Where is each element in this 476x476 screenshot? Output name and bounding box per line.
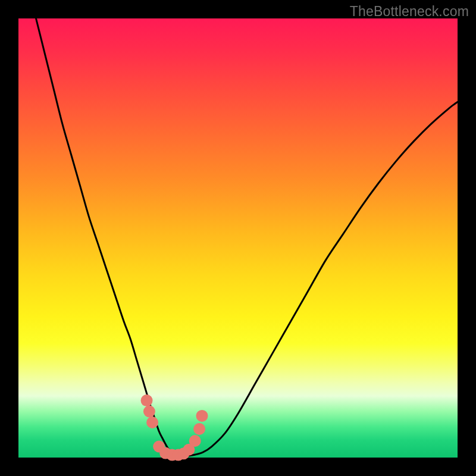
marker-dot	[143, 406, 155, 418]
plot-area	[18, 18, 458, 458]
bottleneck-curve-path	[36, 18, 458, 456]
watermark-text: TheBottleneck.com	[350, 4, 469, 20]
marker-dot	[146, 416, 158, 428]
chart-svg	[18, 18, 458, 458]
marker-dot	[141, 394, 153, 406]
marker-dot	[196, 410, 208, 422]
marker-dot	[193, 423, 205, 435]
marker-dot	[189, 435, 201, 447]
bottleneck-curve	[36, 18, 458, 456]
outer-frame: TheBottleneck.com	[0, 0, 476, 476]
marker-dots	[141, 394, 208, 461]
